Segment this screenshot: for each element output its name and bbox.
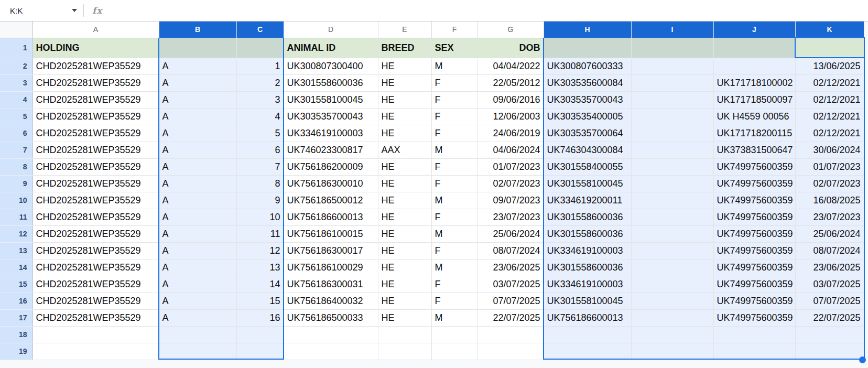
cell-I7[interactable] (631, 142, 713, 158)
cell-B11[interactable]: A (159, 209, 236, 225)
cell-B5[interactable]: A (159, 108, 236, 125)
cell-B3[interactable]: A (159, 74, 236, 91)
column-header-K[interactable]: K (795, 21, 864, 38)
cell-H15[interactable]: UK334619100003 (544, 276, 631, 293)
cell-D2[interactable]: UK300807300400 (284, 58, 378, 74)
cell-G9[interactable]: 02/07/2023 (478, 175, 544, 192)
cell-K10[interactable]: 16/08/2025 (795, 192, 864, 209)
cell-I18[interactable] (631, 326, 713, 343)
cell-E11[interactable]: HE (378, 209, 431, 225)
cell-D17[interactable]: UK756186500033 (284, 309, 378, 326)
column-header-J[interactable]: J (713, 21, 795, 38)
row-header-18[interactable]: 18 (0, 326, 32, 343)
cell-J2[interactable] (713, 58, 795, 74)
function-icon[interactable]: fx (92, 5, 102, 16)
cell-I13[interactable] (631, 242, 713, 259)
cell-C14[interactable]: 13 (236, 259, 284, 276)
cell-J7[interactable]: UK373831500647 (713, 142, 795, 158)
cell-I19[interactable] (631, 343, 713, 360)
cell-I3[interactable] (631, 74, 713, 91)
cell-H16[interactable]: UK301558100045 (544, 293, 631, 309)
cell-C1[interactable] (236, 38, 284, 58)
row-header-3[interactable]: 3 (0, 74, 32, 91)
cell-E6[interactable]: HE (378, 125, 431, 142)
cell-F8[interactable]: F (431, 158, 478, 175)
cell-K7[interactable]: 30/06/2024 (795, 142, 864, 158)
row-header-17[interactable]: 17 (0, 309, 32, 326)
cell-K19[interactable] (795, 343, 864, 360)
cell-A4[interactable]: CHD2025281WEP35529 (32, 91, 159, 108)
cell-K9[interactable]: 02/07/2023 (795, 175, 864, 192)
column-header-E[interactable]: E (378, 21, 431, 38)
cell-C11[interactable]: 10 (236, 209, 284, 225)
column-header-I[interactable]: I (631, 21, 713, 38)
cell-H7[interactable]: UK746304300084 (544, 142, 631, 158)
cell-G11[interactable]: 23/07/2023 (478, 209, 544, 225)
cell-K5[interactable]: 02/12/2021 (795, 108, 864, 125)
cell-H13[interactable]: UK334619100003 (544, 242, 631, 259)
cell-I1[interactable] (631, 38, 713, 58)
column-header-B[interactable]: B (159, 21, 236, 38)
cell-D15[interactable]: UK756186300031 (284, 276, 378, 293)
cell-I6[interactable] (631, 125, 713, 142)
cell-A1[interactable]: HOLDING (32, 38, 159, 58)
cell-K13[interactable]: 08/07/2024 (795, 242, 864, 259)
cell-F2[interactable]: M (431, 58, 478, 74)
cell-E16[interactable]: HE (378, 293, 431, 309)
chevron-down-icon[interactable] (72, 9, 77, 12)
cell-J1[interactable] (713, 38, 795, 58)
cell-H19[interactable] (544, 343, 631, 360)
cell-B15[interactable]: A (159, 276, 236, 293)
cell-C18[interactable] (236, 326, 284, 343)
cell-E12[interactable]: HE (378, 225, 431, 242)
cell-G15[interactable]: 03/07/2025 (478, 276, 544, 293)
cell-D1[interactable]: ANIMAL ID (284, 38, 378, 58)
cell-I9[interactable] (631, 175, 713, 192)
cell-G3[interactable]: 22/05/2012 (478, 74, 544, 91)
cell-I16[interactable] (631, 293, 713, 309)
cell-H9[interactable]: UK301558100045 (544, 175, 631, 192)
cell-A7[interactable]: CHD2025281WEP35529 (32, 142, 159, 158)
row-header-7[interactable]: 7 (0, 142, 32, 158)
cell-I8[interactable] (631, 158, 713, 175)
cell-B9[interactable]: A (159, 175, 236, 192)
cell-A3[interactable]: CHD2025281WEP35529 (32, 74, 159, 91)
cell-J16[interactable]: UK749975600359 (713, 293, 795, 309)
cell-E10[interactable]: HE (378, 192, 431, 209)
column-header-A[interactable]: A (32, 21, 159, 38)
cell-F10[interactable]: M (431, 192, 478, 209)
cell-E7[interactable]: AAX (378, 142, 431, 158)
cell-J4[interactable]: UK171718500097 (713, 91, 795, 108)
cell-F6[interactable]: F (431, 125, 478, 142)
cell-J10[interactable]: UK749975600359 (713, 192, 795, 209)
cell-H5[interactable]: UK303535400005 (544, 108, 631, 125)
cell-A11[interactable]: CHD2025281WEP35529 (32, 209, 159, 225)
cell-A12[interactable]: CHD2025281WEP35529 (32, 225, 159, 242)
cell-A19[interactable] (32, 343, 159, 360)
cell-C17[interactable]: 16 (236, 309, 284, 326)
cell-H17[interactable]: UK756186600013 (544, 309, 631, 326)
row-header-1[interactable]: 1 (0, 38, 32, 58)
cell-F16[interactable]: F (431, 293, 478, 309)
cell-E13[interactable]: HE (378, 242, 431, 259)
row-header-11[interactable]: 11 (0, 209, 32, 225)
cell-C19[interactable] (236, 343, 284, 360)
cell-K18[interactable] (795, 326, 864, 343)
cell-D3[interactable]: UK301558600036 (284, 74, 378, 91)
cell-F13[interactable]: F (431, 242, 478, 259)
cell-C9[interactable]: 8 (236, 175, 284, 192)
cell-F15[interactable]: F (431, 276, 478, 293)
cell-C4[interactable]: 3 (236, 91, 284, 108)
cell-F17[interactable]: M (431, 309, 478, 326)
cell-C10[interactable]: 9 (236, 192, 284, 209)
cell-H12[interactable]: UK301558600036 (544, 225, 631, 242)
cell-F7[interactable]: M (431, 142, 478, 158)
cell-H4[interactable]: UK303535700043 (544, 91, 631, 108)
cell-I12[interactable] (631, 225, 713, 242)
cell-J14[interactable]: UK749975600359 (713, 259, 795, 276)
cell-B4[interactable]: A (159, 91, 236, 108)
cell-G14[interactable]: 23/06/2025 (478, 259, 544, 276)
cell-A18[interactable] (32, 326, 159, 343)
cell-I17[interactable] (631, 309, 713, 326)
cell-D9[interactable]: UK756186300010 (284, 175, 378, 192)
